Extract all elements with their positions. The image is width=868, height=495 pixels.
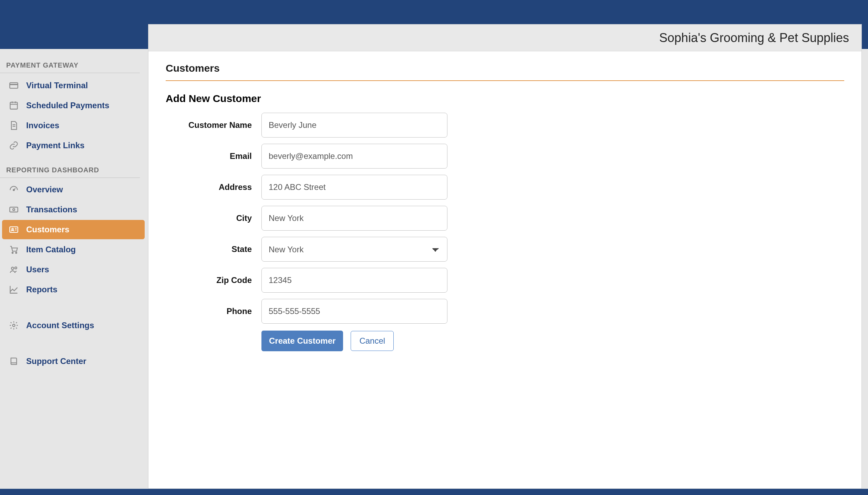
input-address[interactable] xyxy=(261,175,447,200)
sidebar-item-scheduled-payments[interactable]: Scheduled Payments xyxy=(2,96,145,115)
input-zip[interactable] xyxy=(261,268,447,293)
sidebar-item-account-settings[interactable]: Account Settings xyxy=(2,316,145,335)
svg-point-19 xyxy=(15,267,17,269)
sidebar-item-label: Scheduled Payments xyxy=(26,101,109,110)
input-city[interactable] xyxy=(261,206,447,231)
sidebar-item-label: Support Center xyxy=(26,356,86,366)
sidebar-item-users[interactable]: Users xyxy=(2,260,145,279)
sidebar-item-support-center[interactable]: Support Center xyxy=(2,352,145,371)
row-city: City xyxy=(166,206,844,231)
sidebar-section-title-payment-gateway: PAYMENT GATEWAY xyxy=(0,57,140,73)
sidebar-list-payment-gateway: Virtual TerminalScheduled PaymentsInvoic… xyxy=(0,73,148,162)
calendar-icon xyxy=(8,100,19,111)
svg-point-18 xyxy=(11,267,14,270)
link-icon xyxy=(8,140,19,151)
sidebar-item-transactions[interactable]: Transactions xyxy=(2,200,145,219)
svg-rect-10 xyxy=(10,207,18,212)
sidebar-item-label: Reports xyxy=(26,285,58,294)
svg-point-20 xyxy=(13,324,15,327)
sidebar-list-extra-1: Account Settings xyxy=(0,314,148,342)
svg-rect-0 xyxy=(10,83,18,88)
label-address: Address xyxy=(166,182,252,192)
brand-name: Sophia's Grooming & Pet Supplies xyxy=(659,31,849,45)
add-customer-form: Customer Name Email Address City State N xyxy=(166,113,844,351)
sidebar-list-extra-2: Support Center xyxy=(0,350,148,378)
invoice-icon xyxy=(8,120,19,131)
row-phone: Phone xyxy=(166,299,844,324)
row-email: Email xyxy=(166,144,844,169)
label-zip: Zip Code xyxy=(166,275,252,285)
main-header: Sophia's Grooming & Pet Supplies xyxy=(148,24,861,51)
sidebar-item-customers[interactable]: Customers xyxy=(2,220,145,239)
row-customer-name: Customer Name xyxy=(166,113,844,138)
sidebar-item-payment-links[interactable]: Payment Links xyxy=(2,136,145,155)
page-title: Customers xyxy=(166,62,844,80)
sidebar-section-title-reporting-dashboard: REPORTING DASHBOARD xyxy=(0,162,140,178)
idcard-icon xyxy=(8,224,19,235)
form-actions: Create Customer Cancel xyxy=(261,331,844,351)
gear-icon xyxy=(8,320,19,331)
label-email: Email xyxy=(166,151,252,161)
page-subtitle: Add New Customer xyxy=(166,93,844,104)
select-state[interactable]: New York xyxy=(261,237,447,262)
svg-line-9 xyxy=(14,189,16,190)
label-phone: Phone xyxy=(166,306,252,316)
gauge-icon xyxy=(8,184,19,195)
label-city: City xyxy=(166,213,252,223)
create-customer-button[interactable]: Create Customer xyxy=(261,331,343,351)
cancel-button[interactable]: Cancel xyxy=(351,331,394,351)
sidebar-item-label: Payment Links xyxy=(26,141,84,150)
sidebar-item-overview[interactable]: Overview xyxy=(2,180,145,199)
sidebar-item-label: Overview xyxy=(26,185,63,194)
sidebar: PAYMENT GATEWAY Virtual TerminalSchedule… xyxy=(0,49,148,489)
sidebar-item-reports[interactable]: Reports xyxy=(2,280,145,299)
svg-rect-2 xyxy=(10,102,18,109)
book-icon xyxy=(8,356,19,367)
cart-icon xyxy=(8,244,19,255)
sidebar-item-item-catalog[interactable]: Item Catalog xyxy=(2,240,145,259)
bottom-banner xyxy=(0,489,868,495)
input-email[interactable] xyxy=(261,144,447,169)
chart-icon xyxy=(8,284,19,295)
sidebar-item-label: Virtual Terminal xyxy=(26,81,88,90)
row-zip: Zip Code xyxy=(166,268,844,293)
svg-point-13 xyxy=(12,229,13,230)
money-icon xyxy=(8,204,19,215)
label-customer-name: Customer Name xyxy=(166,120,252,130)
svg-point-17 xyxy=(16,252,17,254)
content: Customers Add New Customer Customer Name… xyxy=(148,51,861,362)
card-icon xyxy=(8,80,19,91)
main-panel: Sophia's Grooming & Pet Supplies Custome… xyxy=(148,24,862,489)
sidebar-item-invoices[interactable]: Invoices xyxy=(2,116,145,135)
sidebar-item-label: Users xyxy=(26,265,49,274)
title-divider xyxy=(166,80,844,81)
svg-point-16 xyxy=(12,252,13,254)
row-address: Address xyxy=(166,175,844,200)
input-phone[interactable] xyxy=(261,299,447,324)
sidebar-item-label: Account Settings xyxy=(26,321,94,330)
row-state: State New York xyxy=(166,237,844,262)
sidebar-item-label: Item Catalog xyxy=(26,245,76,254)
sidebar-item-virtual-terminal[interactable]: Virtual Terminal xyxy=(2,76,145,95)
input-customer-name[interactable] xyxy=(261,113,447,138)
sidebar-item-label: Transactions xyxy=(26,205,77,214)
svg-point-11 xyxy=(13,209,15,211)
label-state: State xyxy=(166,244,252,254)
sidebar-list-reporting-dashboard: OverviewTransactionsCustomersItem Catalo… xyxy=(0,178,148,306)
sidebar-item-label: Invoices xyxy=(26,121,59,130)
users-icon xyxy=(8,264,19,275)
sidebar-item-label: Customers xyxy=(26,225,69,234)
svg-rect-1 xyxy=(10,84,18,85)
